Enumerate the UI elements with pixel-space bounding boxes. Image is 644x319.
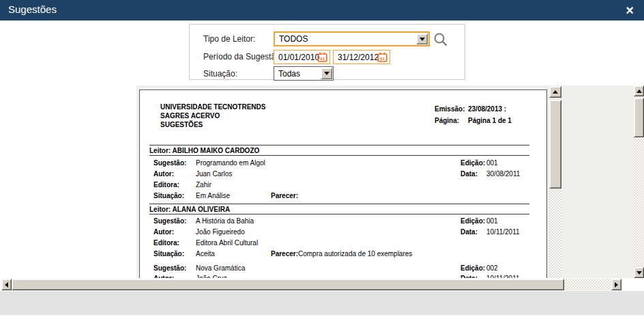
arrow-right-icon: [615, 282, 618, 288]
autor-value: João Figueiredo: [196, 228, 245, 236]
system-name: SAGRES ACERVO: [160, 112, 220, 120]
arrow-up-icon: [636, 89, 642, 93]
situacao-field-value: Aceita: [196, 250, 215, 258]
edicao-label: Edição:: [460, 264, 485, 272]
scroll-up-button[interactable]: [634, 85, 644, 96]
periodo-label: Período da Sugestão:: [203, 52, 282, 61]
leitor-header: Leitor: ABILHO MAIKO CARDOZO: [149, 147, 259, 154]
editora-value: Editora Abril Cultural: [196, 239, 258, 247]
scroll-right-button[interactable]: [611, 279, 621, 290]
search-icon: [433, 38, 449, 50]
data-value: 10/11/2011: [486, 228, 520, 236]
edicao-label: Edição:: [460, 217, 485, 225]
calendar-icon[interactable]: 01: [377, 52, 387, 62]
tipo-de-leitor-label: Tipo de Leitor:: [203, 34, 255, 44]
org-name: UNIVERSIDADE TECNOTRENDS: [160, 103, 265, 111]
chevron-down-icon: [420, 38, 425, 41]
emissao-value: 23/08/2013 :: [468, 105, 506, 113]
report-viewport: UNIVERSIDADE TECNOTRENDS SAGRES ACERVO S…: [136, 85, 634, 278]
date-to-value: 31/12/2012: [338, 53, 379, 62]
date-to-input[interactable]: 31/12/2012 01: [333, 50, 390, 64]
sugestao-value: Programando em Algol: [196, 159, 265, 167]
autor-label: Autor:: [153, 170, 174, 178]
section-divider: [149, 204, 529, 204]
report-vertical-scrollbar[interactable]: [549, 86, 561, 278]
filter-panel: Tipo de Leitor: TODOS Período da Sugestã…: [189, 24, 465, 80]
situacao-select[interactable]: Todas: [274, 66, 334, 81]
scroll-up-button[interactable]: [549, 86, 561, 98]
situacao-label: Situação:: [203, 69, 237, 79]
sugestao-value: A História da Bahia: [196, 217, 254, 225]
pagina-label: Página:: [435, 117, 459, 124]
arrow-down-icon: [636, 271, 642, 275]
arrow-up-icon: [553, 90, 558, 94]
situacao-value: Todas: [278, 69, 300, 79]
dialog-title: Sugestões: [8, 3, 57, 15]
editora-label: Editora:: [153, 181, 179, 189]
svg-text:01: 01: [380, 56, 385, 61]
tipo-de-leitor-select[interactable]: TODOS: [274, 31, 430, 46]
v-scroll-thumb[interactable]: [634, 98, 644, 137]
tipo-dropdown-button[interactable]: [416, 33, 428, 44]
editora-label: Editora:: [153, 239, 179, 247]
horizontal-scrollbar[interactable]: [0, 278, 633, 291]
parecer-value: Compra autorizada de 10 exemplares: [298, 250, 412, 258]
sugestao-label: Sugestão:: [153, 217, 186, 225]
calendar-icon[interactable]: 01: [317, 52, 327, 62]
sugestao-label: Sugestão:: [153, 159, 186, 167]
data-label: Data:: [460, 170, 478, 178]
data-value: 30/08/2011: [486, 170, 520, 178]
search-button[interactable]: [433, 31, 449, 48]
chevron-down-icon: [324, 72, 330, 75]
data-label: Data:: [460, 228, 478, 236]
close-icon[interactable]: ×: [621, 1, 639, 19]
parecer-label: Parecer:: [271, 192, 298, 199]
date-from-value: 01/01/2010: [278, 53, 319, 62]
dialog-titlebar: Sugestões ×: [0, 0, 644, 20]
situacao-dropdown-button[interactable]: [321, 68, 332, 79]
autor-label: Autor:: [153, 228, 174, 236]
edicao-value: 001: [486, 159, 498, 167]
report-title: SUGESTÕES: [160, 121, 203, 128]
situacao-field-label: Situação:: [153, 192, 184, 199]
edicao-value: 002: [486, 264, 498, 272]
svg-text:01: 01: [320, 56, 325, 61]
section-divider: [149, 155, 529, 156]
arrow-left-icon: [5, 282, 8, 288]
tipo-de-leitor-value: TODOS: [279, 34, 308, 44]
editora-value: Zahir: [196, 181, 211, 189]
leitor-header: Leitor: ALANA OLIVEIRA: [149, 206, 230, 213]
report-page: UNIVERSIDADE TECNOTRENDS SAGRES ACERVO S…: [139, 89, 547, 278]
edicao-label: Edição:: [460, 159, 485, 167]
h-scroll-thumb[interactable]: [12, 279, 564, 290]
situacao-field-label: Situação:: [153, 250, 184, 258]
situacao-field-value: Em Análise: [196, 192, 230, 199]
section-divider: [149, 145, 529, 145]
outer-vertical-scrollbar[interactable]: [634, 85, 644, 278]
scroll-left-button[interactable]: [1, 279, 12, 290]
scroll-down-button[interactable]: [634, 267, 644, 278]
date-from-input[interactable]: 01/01/2010 01: [274, 50, 330, 64]
sugestao-value: Nova Gramática: [196, 264, 245, 272]
section-divider: [149, 214, 529, 214]
parecer-label: Parecer:: [271, 250, 298, 258]
sugestao-label: Sugestão:: [153, 264, 186, 272]
emissao-label: Emissão:: [435, 105, 465, 113]
autor-value: Juan Carlos: [196, 170, 232, 178]
v-scroll-thumb[interactable]: [549, 100, 561, 189]
edicao-value: 001: [486, 217, 498, 225]
pagina-value: Página 1 de 1: [468, 117, 512, 124]
dialog-footer: [0, 291, 644, 315]
